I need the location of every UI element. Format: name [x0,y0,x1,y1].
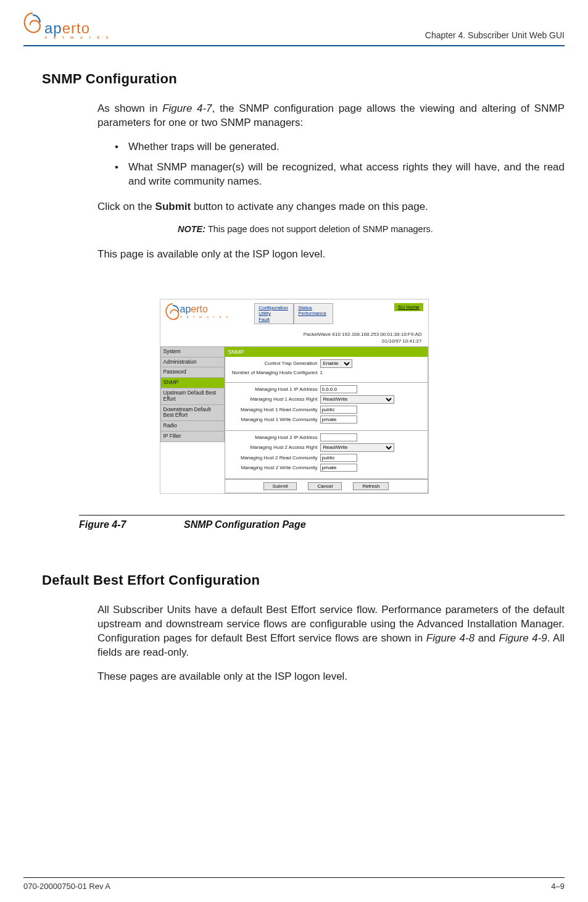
button-row: Submit Cancel Refresh [225,479,428,493]
tab-utility[interactable]: Utility [259,311,289,317]
cancel-button[interactable]: Cancel [308,482,342,490]
lbl-ctrl-trap: Control Trap Generation [229,361,320,366]
tab-status[interactable]: Status [298,305,329,311]
p1-mid: and [474,632,499,644]
sidebar-item-snmp[interactable]: SNMP [160,378,225,388]
tab-performance[interactable]: Performance [298,311,329,317]
note-label: NOTE: [178,224,205,234]
refresh-button[interactable]: Refresh [353,482,389,490]
lbl-h2-acc: Managing Host 2 Access Right [229,445,320,450]
availability-note: This page is available only at the ISP l… [97,248,565,262]
lbl-h2-rc: Managing Host 2 Read Community [229,455,320,461]
lbl-h2-wc: Managing Host 2 Write Community [229,465,320,470]
status-line-2: 01/10/97 10:41:27 [382,338,422,344]
figure-logo: aperto n e t w o r k s [165,303,230,319]
panel-title: SNMP [225,346,428,357]
logo-text-blue: ap [44,20,62,36]
submit-button[interactable]: Submit [263,482,297,490]
select-h1-acc[interactable]: Read/Write [320,395,394,404]
lbl-h1-rc: Managing Host 1 Read Community [229,407,320,412]
besteffort-p2: These pages are available only at the IS… [97,670,565,684]
figure-logo-sub: n e t w o r k s [180,315,230,319]
logo-text-orange: erto [62,20,90,36]
form-host2: Managing Host 2 IP Address Managing Host… [225,431,428,479]
tab-cluster: Configuration Utility Fault Status Perfo… [254,303,333,325]
tab-box-right: Status Performance [294,303,333,325]
lbl-h2-ip: Managing Host 2 IP Address [229,435,320,440]
figure-logo-swirl-icon [165,303,180,319]
val-num-hosts: 1 [320,370,323,375]
figure-caption: Figure 4-7SNMP Configuration Page [79,519,565,530]
logo-swirl-icon [23,12,42,33]
form-top: Control Trap Generation Enable Number of… [225,357,428,383]
chapter-label: Chapter 4. Subscriber Unit Web GUI [425,30,565,40]
input-h2-rc[interactable] [320,454,357,462]
intro-a: As shown in [97,102,162,114]
figure-caption-rule [79,515,565,516]
input-h2-wc[interactable] [320,464,357,472]
tab-fault[interactable]: Fault [259,317,289,323]
device-status-line: PacketWave 610 192.168.168.253 00:01:38:… [160,325,428,346]
bullet-1: Whether traps will be generated. [115,140,565,154]
figure-ref-4-8: Figure 4-8 [426,632,474,644]
input-h1-wc[interactable] [320,416,357,424]
logo-subtext: n e t w o r k s [44,35,111,40]
figure-caption-text: SNMP Configuration Page [184,519,306,530]
select-h2-acc[interactable]: Read/Write [320,443,394,452]
sidebar-item-ipfilter[interactable]: IP Filter [160,432,225,442]
sidebar-item-downstream[interactable]: Downstream Default Best Effort [160,405,225,422]
form-host1: Managing Host 1 IP Address Managing Host… [225,383,428,431]
su-home-link[interactable]: SU Home [394,303,423,311]
sidebar: System Administration Password SNMP Upst… [160,346,225,493]
sidebar-item-administration[interactable]: Administration [160,357,225,368]
sidebar-item-upstream[interactable]: Upstream Default Best Effort [160,388,225,405]
lbl-h1-acc: Managing Host 1 Access Right [229,396,320,402]
logo: aperto n e t w o r k s [23,12,111,40]
figure-ref-4-7: Figure 4-7 [162,102,212,114]
lbl-h1-wc: Managing Host 1 Write Community [229,417,320,422]
lbl-num-hosts: Number of Managing Hosts Configured [229,370,320,375]
main-panel: SNMP Control Trap Generation Enable Numb… [225,346,428,493]
logo-text: aperto n e t w o r k s [44,20,111,40]
page-footer: 070-20000750-01 Rev A 4–9 [23,877,565,891]
footer-right: 4–9 [551,882,565,891]
input-h1-ip[interactable] [320,385,357,393]
status-line-1: PacketWave 610 192.168.168.253 00:01:38:… [304,332,422,337]
section-title-snmp: SNMP Configuration [42,71,565,87]
besteffort-p1: All Subscriber Units have a default Best… [97,603,565,660]
figure-header: aperto n e t w o r k s Configuration Uti… [160,299,428,326]
select-ctrl-trap[interactable]: Enable [320,359,352,368]
sidebar-item-password[interactable]: Password [160,367,225,378]
figure-ref-4-9: Figure 4-9 [499,632,547,644]
figure-snmp-page: aperto n e t w o r k s Configuration Uti… [160,299,429,494]
lbl-h1-ip: Managing Host 1 IP Address [229,386,320,392]
bullet-list: Whether traps will be generated. What SN… [115,140,565,189]
input-h2-ip[interactable] [320,433,357,441]
bullet-2: What SNMP manager(s) will be recognized,… [115,161,565,189]
page-header: aperto n e t w o r k s Chapter 4. Subscr… [23,12,565,46]
sidebar-item-radio[interactable]: Radio [160,421,225,432]
figure-logo-orange: erto [191,304,208,314]
tab-configuration[interactable]: Configuration [259,305,289,311]
figure-number: Figure 4-7 [79,519,184,530]
submit-a: Click on the [97,201,155,212]
note-text: This page does not support deletion of S… [205,224,433,234]
note-line: NOTE: This page does not support deletio… [178,224,565,234]
input-h1-rc[interactable] [320,406,357,414]
submit-paragraph: Click on the Submit button to activate a… [97,200,565,214]
submit-b: button to activate any changes made on t… [191,201,428,212]
intro-paragraph: As shown in Figure 4-7, the SNMP configu… [97,102,565,130]
tab-box-left: Configuration Utility Fault [254,303,294,325]
figure-logo-blue: ap [180,304,191,314]
sidebar-item-system[interactable]: System [160,346,225,357]
footer-left: 070-20000750-01 Rev A [23,882,110,891]
section-title-besteffort: Default Best Effort Configuration [42,572,565,588]
submit-bold: Submit [155,201,191,212]
